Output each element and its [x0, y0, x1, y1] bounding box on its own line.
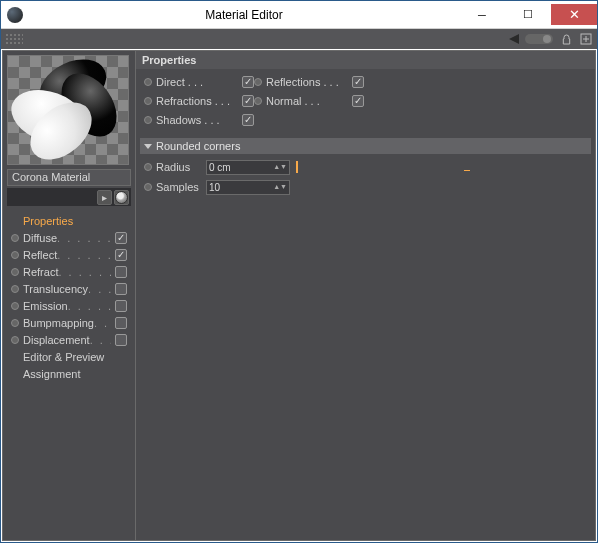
- close-button[interactable]: [551, 4, 597, 25]
- param-radius: Radius 0 cm ▲▼: [144, 158, 587, 176]
- drag-grip-icon[interactable]: [5, 33, 23, 45]
- channel-translucency[interactable]: Translucency . . . . . . .: [7, 280, 131, 297]
- channel-checkbox[interactable]: [115, 266, 127, 278]
- channel-label: Properties: [23, 215, 73, 227]
- left-panel: Corona Material ▸ PropertiesDiffuse . . …: [3, 51, 135, 540]
- rounded-corners-label: Rounded corners: [156, 140, 240, 152]
- right-panel: Properties Direct . . .Reflections . . .…: [135, 51, 595, 540]
- channel-checkbox[interactable]: [115, 283, 127, 295]
- channel-properties[interactable]: Properties: [7, 212, 131, 229]
- spinner-icon[interactable]: ▲▼: [273, 185, 287, 189]
- bullet-icon: [254, 97, 262, 105]
- prop-normal: Normal . . .: [254, 92, 364, 109]
- prop-label: Shadows . . .: [156, 114, 238, 126]
- channel-bumpmapping[interactable]: Bumpmapping . . . . . . .: [7, 314, 131, 331]
- dots: . . . . . . .: [90, 334, 111, 346]
- bullet-icon: [11, 268, 19, 276]
- toolbar: [1, 29, 597, 49]
- bullet-icon: [11, 234, 19, 242]
- bullet-icon: [11, 251, 19, 259]
- bullet-icon: [11, 319, 19, 327]
- prop-checkbox[interactable]: [242, 114, 254, 126]
- prop-label: Reflections . . .: [266, 76, 348, 88]
- rounded-corners-params: Radius 0 cm ▲▼ Samples 10 ▲▼: [136, 154, 595, 202]
- material-name-field[interactable]: Corona Material: [7, 169, 131, 186]
- channel-label: Displacement: [23, 334, 90, 346]
- channel-checkbox[interactable]: [115, 300, 127, 312]
- bullet-icon: [144, 163, 152, 171]
- spinner-icon[interactable]: ▲▼: [273, 165, 287, 169]
- channel-list: PropertiesDiffuse . . . . . . .Reflect .…: [7, 212, 131, 382]
- channel-checkbox[interactable]: [115, 232, 127, 244]
- channel-checkbox[interactable]: [115, 334, 127, 346]
- titlebar[interactable]: Material Editor: [1, 1, 597, 29]
- channel-label: Editor & Preview: [23, 351, 104, 363]
- channel-reflect[interactable]: Reflect . . . . . . .: [7, 246, 131, 263]
- radius-field[interactable]: 0 cm ▲▼: [206, 160, 290, 175]
- window-buttons: [459, 4, 597, 25]
- dots: . . . . . . .: [58, 266, 111, 278]
- channel-label: Assignment: [23, 368, 80, 380]
- radius-label: Radius: [156, 161, 206, 173]
- properties-header: Properties: [136, 51, 595, 69]
- samples-field[interactable]: 10 ▲▼: [206, 180, 290, 195]
- app-icon: [7, 7, 23, 23]
- lock-icon[interactable]: [559, 32, 573, 46]
- new-material-icon[interactable]: [579, 32, 593, 46]
- maximize-button[interactable]: [505, 4, 551, 25]
- channel-label: Bumpmapping: [23, 317, 94, 329]
- properties-body: Direct . . .Reflections . . .Refractions…: [136, 69, 595, 136]
- bullet-icon: [11, 302, 19, 310]
- prop-checkbox[interactable]: [242, 95, 254, 107]
- channel-diffuse[interactable]: Diffuse . . . . . . .: [7, 229, 131, 246]
- minimize-button[interactable]: [459, 4, 505, 25]
- samples-label: Samples: [156, 181, 206, 193]
- window-title: Material Editor: [29, 8, 459, 22]
- channel-label: Translucency: [23, 283, 88, 295]
- material-preview[interactable]: [7, 55, 129, 165]
- channel-assignment[interactable]: Assignment: [7, 365, 131, 382]
- dots: . . . . . . .: [68, 300, 111, 312]
- samples-value: 10: [209, 182, 220, 193]
- dots: . . . . . . .: [94, 317, 111, 329]
- channel-emission[interactable]: Emission . . . . . . .: [7, 297, 131, 314]
- bullet-icon: [254, 78, 262, 86]
- world-icon[interactable]: [114, 190, 129, 205]
- bullet-icon: [144, 183, 152, 191]
- material-editor-window: Material Editor Co: [0, 0, 598, 543]
- prop-label: Normal . . .: [266, 95, 348, 107]
- param-samples: Samples 10 ▲▼: [144, 178, 587, 196]
- prop-checkbox[interactable]: [242, 76, 254, 88]
- bullet-icon: [11, 285, 19, 293]
- bullet-icon: [144, 97, 152, 105]
- prop-shadows: Shadows . . .: [144, 111, 254, 128]
- prop-reflections: Reflections . . .: [254, 73, 364, 90]
- play-icon[interactable]: ▸: [97, 190, 112, 205]
- radius-value: 0 cm: [209, 162, 231, 173]
- bullet-icon: [11, 336, 19, 344]
- slider-icon[interactable]: [525, 34, 553, 44]
- channel-label: Diffuse: [23, 232, 57, 244]
- nav-back-icon[interactable]: [509, 34, 519, 44]
- channel-label: Reflect: [23, 249, 57, 261]
- left-toolbar: ▸: [7, 188, 131, 206]
- prop-refractions: Refractions . . .: [144, 92, 254, 109]
- dots: . . . . . . .: [57, 232, 111, 244]
- prop-label: Refractions . . .: [156, 95, 238, 107]
- prop-checkbox[interactable]: [352, 76, 364, 88]
- bullet-icon: [144, 116, 152, 124]
- dots: . . . . . . .: [57, 249, 111, 261]
- channel-displacement[interactable]: Displacement . . . . . . .: [7, 331, 131, 348]
- channel-editor-preview[interactable]: Editor & Preview: [7, 348, 131, 365]
- bullet-icon: [144, 78, 152, 86]
- prop-checkbox[interactable]: [352, 95, 364, 107]
- channel-checkbox[interactable]: [115, 249, 127, 261]
- rounded-corners-header[interactable]: Rounded corners: [140, 138, 591, 154]
- radius-slider[interactable]: [294, 160, 587, 174]
- prop-direct: Direct . . .: [144, 73, 254, 90]
- channel-refract[interactable]: Refract . . . . . . .: [7, 263, 131, 280]
- dots: . . . . . . .: [88, 283, 111, 295]
- prop-label: Direct . . .: [156, 76, 238, 88]
- collapse-triangle-icon: [144, 144, 152, 149]
- channel-checkbox[interactable]: [115, 317, 127, 329]
